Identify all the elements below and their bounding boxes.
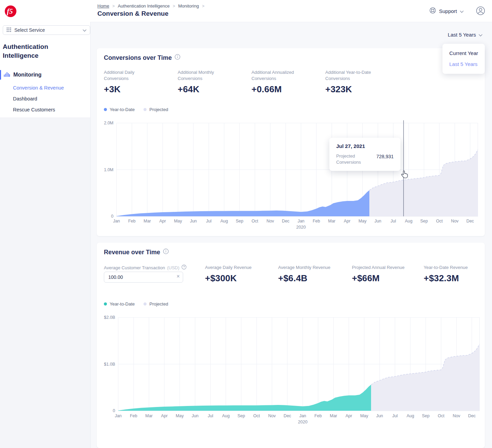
legend-dot: [104, 302, 107, 306]
sidebar-item-dashboard[interactable]: Dashboard: [13, 96, 37, 101]
stat-additional-annualized-conversions: Additional AnnualizedConversions +0.66M: [251, 69, 313, 95]
svg-text:Nov: Nov: [268, 413, 276, 418]
svg-text:Mar: Mar: [145, 413, 153, 418]
svg-text:Apr: Apr: [344, 219, 350, 223]
sidebar-monitoring-label: Monitoring: [13, 72, 42, 78]
cursor-pointer-icon: [400, 170, 409, 180]
svg-text:Oct: Oct: [253, 413, 260, 418]
svg-text:Mar: Mar: [328, 219, 336, 223]
svg-text:Jan: Jan: [299, 413, 306, 418]
legend-dot: [144, 302, 147, 306]
info-icon[interactable]: [175, 54, 180, 62]
time-range-select[interactable]: Last 5 Years: [448, 32, 482, 38]
stat-ytd-revenue: Year-to-Date Revenue +$32.3M: [424, 264, 492, 284]
svg-text:May: May: [360, 413, 368, 418]
svg-text:0: 0: [111, 214, 113, 219]
chevron-down-icon: [479, 32, 482, 38]
svg-text:Jan: Jan: [113, 219, 120, 223]
conversions-chart[interactable]: 01.0M2.0MJanFebMarAprMayJunJulAugSepOctN…: [101, 118, 484, 232]
stat-additional-monthly-conversions: Additional MonthlyConversions +64K: [178, 69, 239, 95]
stat-projected-annual-revenue: Projected Annual Revenue +$66M: [352, 264, 424, 284]
active-nav-indicator: [0, 70, 1, 80]
user-avatar-icon: [476, 11, 485, 16]
legend-dot: [144, 108, 147, 111]
page-title: Conversion & Revenue: [97, 10, 168, 17]
legend-item-projected[interactable]: Projected: [144, 301, 168, 307]
time-range-value: Last 5 Years: [448, 32, 476, 38]
apps-grid-icon: [6, 27, 11, 33]
product-brand-title: Authentication Intelligence: [3, 42, 75, 60]
svg-text:Sep: Sep: [236, 219, 243, 223]
help-icon[interactable]: [181, 264, 187, 271]
clear-input-icon[interactable]: ×: [177, 273, 180, 280]
svg-text:Feb: Feb: [314, 413, 322, 418]
svg-text:Jan: Jan: [298, 219, 304, 223]
app-root: f5 Select Service Authentication Intelli…: [0, 0, 492, 448]
support-label: Support: [439, 8, 457, 14]
breadcrumb-home[interactable]: Home: [97, 3, 109, 9]
svg-text:f5: f5: [7, 7, 13, 15]
svg-text:Jun: Jun: [190, 219, 197, 223]
svg-text:Mar: Mar: [144, 219, 151, 223]
svg-text:Jul: Jul: [392, 413, 398, 418]
svg-text:Jul: Jul: [391, 219, 396, 223]
svg-text:$1.0B: $1.0B: [104, 362, 115, 367]
svg-text:2.0M: 2.0M: [104, 121, 113, 125]
svg-text:May: May: [358, 219, 367, 223]
svg-text:Oct: Oct: [251, 219, 258, 223]
f5-logo[interactable]: f5: [4, 4, 17, 20]
svg-text:Sep: Sep: [420, 219, 428, 223]
conversions-card-title: Conversions over Time: [104, 54, 180, 62]
menu-item-current-year[interactable]: Current Year: [442, 48, 485, 59]
sidebar-item-rescue-customers[interactable]: Rescue Customers: [13, 107, 55, 112]
svg-text:Aug: Aug: [222, 413, 230, 418]
conversions-legend: Year-to-Date Projected: [104, 107, 168, 112]
conversions-card: Conversions over Time Additional DailyCo…: [97, 48, 485, 236]
breadcrumb: Home > Authentication Intelligence > Mon…: [97, 3, 204, 9]
svg-text:Aug: Aug: [220, 219, 228, 223]
revenue-title-text: Revenue over Time: [104, 249, 160, 256]
sidebar-item-monitoring[interactable]: Monitoring: [3, 70, 42, 80]
conversions-title-text: Conversions over Time: [104, 54, 172, 62]
chevron-down-icon: [460, 8, 464, 14]
select-service-dropdown[interactable]: Select Service: [3, 25, 90, 35]
select-service-label: Select Service: [14, 27, 45, 33]
transaction-amount-input[interactable]: [104, 272, 183, 282]
tooltip-value: 728,931: [376, 154, 394, 159]
revenue-card-title: Revenue over Time: [104, 248, 169, 256]
legend-dot: [104, 108, 107, 111]
info-icon[interactable]: [163, 248, 169, 256]
svg-text:Jun: Jun: [192, 413, 199, 418]
revenue-chart[interactable]: 0$1.0B$2.0BJanFebMarAprMayJunJulAugSepOc…: [101, 312, 484, 428]
svg-text:Jun: Jun: [374, 219, 381, 223]
stat-average-daily-revenue: Average Daily Revenue +$300K: [205, 264, 277, 284]
legend-item-projected[interactable]: Projected: [144, 107, 168, 112]
tooltip-date: Jul 27, 2021: [336, 143, 365, 149]
account-button[interactable]: [476, 6, 485, 17]
sidebar-item-conversion-revenue[interactable]: Conversion & Revenue: [13, 85, 64, 91]
svg-text:Nov: Nov: [453, 413, 461, 418]
legend-item-year-to-date[interactable]: Year-to-Date: [104, 301, 135, 307]
svg-text:Mar: Mar: [330, 413, 337, 418]
svg-text:Dec: Dec: [284, 413, 291, 418]
svg-text:Oct: Oct: [436, 219, 443, 223]
svg-text:Apr: Apr: [159, 219, 166, 223]
breadcrumb-monitoring[interactable]: Monitoring: [178, 3, 199, 9]
chevron-down-icon: [83, 27, 86, 33]
menu-item-last-5-years[interactable]: Last 5 Years: [442, 59, 485, 70]
legend-item-year-to-date[interactable]: Year-to-Date: [104, 107, 135, 112]
svg-text:$2.0B: $2.0B: [104, 315, 115, 320]
svg-text:May: May: [176, 413, 184, 418]
breadcrumb-authentication-intelligence[interactable]: Authentication Intelligence: [118, 3, 170, 9]
bar-chart-icon: [3, 71, 10, 79]
svg-text:Oct: Oct: [438, 413, 445, 418]
svg-text:2020: 2020: [296, 225, 306, 230]
svg-text:Feb: Feb: [313, 219, 320, 223]
svg-text:0: 0: [113, 408, 115, 413]
svg-text:Jul: Jul: [208, 413, 213, 418]
svg-text:Apr: Apr: [345, 413, 352, 418]
svg-text:Apr: Apr: [161, 413, 167, 418]
stat-additional-daily-conversions: Additional DailyConversions +3K: [104, 69, 165, 95]
support-menu[interactable]: Support: [429, 7, 464, 15]
svg-text:Sep: Sep: [422, 413, 429, 418]
